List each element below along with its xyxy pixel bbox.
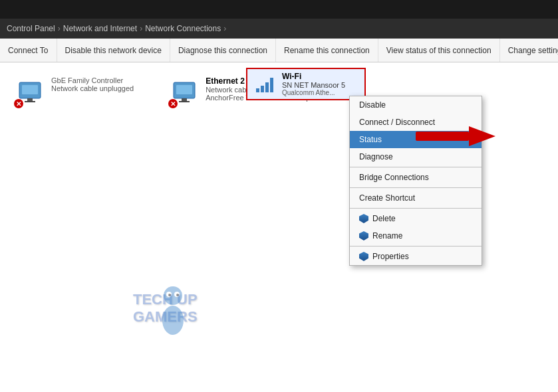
wifi-bar-1 [256,88,259,92]
breadcrumb-sep-1: › [58,24,61,33]
svg-point-10 [164,286,182,305]
breadcrumb-sep-2: › [140,24,142,33]
mascot [153,284,193,339]
svg-marker-9 [469,126,495,146]
context-menu-sep-3 [350,208,482,209]
context-menu: Disable Connect / Disconnect Status Diag… [349,96,482,266]
title-bar [0,0,558,19]
context-menu-sep-4 [350,246,482,246]
shield-icon-properties [359,252,368,261]
svg-rect-5 [176,85,192,94]
breadcrumb-sep-3: › [223,24,226,33]
svg-rect-7 [179,101,190,102]
address-bar: Control Panel › Network and Internet › N… [0,19,558,39]
wifi-info: Wi-Fi SN NET Mansoor 5 Qualcomm Athe... [282,72,345,96]
svg-rect-6 [182,98,187,101]
breadcrumb-network-connections[interactable]: Network Connections [145,24,221,33]
ethernet2-info: GbE Family Controller Network cable unpl… [51,76,134,92]
arrow-annotation [416,126,495,148]
toolbar-connect-to[interactable]: Connect To [0,39,57,62]
shield-icon-delete [359,214,368,223]
context-menu-create-shortcut[interactable]: Create Shortcut [350,189,482,207]
breadcrumb-network-internet[interactable]: Network and Internet [63,24,137,33]
context-menu-properties[interactable]: Properties [350,248,482,265]
svg-rect-1 [22,85,38,94]
ethernet2-status: Network cable unplugged [51,84,134,92]
wifi-card-container: Wi-Fi SN NET Mansoor 5 Qualcomm Athe... [246,68,366,100]
ethernet2-card[interactable]: ✕ GbE Family Controller Network cable un… [10,72,138,112]
main-content: ✕ GbE Family Controller Network cable un… [0,62,558,392]
wifi-icon [253,72,277,96]
wifi-bar-3 [265,82,269,92]
wifi-adapter: Qualcomm Athe... [282,89,345,96]
toolbar-view-status[interactable]: View status of this connection [378,39,500,62]
svg-rect-3 [25,101,35,102]
ethernet2-controller: GbE Family Controller [51,76,134,84]
toolbar-disable[interactable]: Disable this network device [57,39,170,62]
context-menu-rename[interactable]: Rename [350,227,482,245]
context-menu-delete[interactable]: Delete [350,210,482,227]
wifi-card[interactable]: Wi-Fi SN NET Mansoor 5 Qualcomm Athe... [246,68,366,100]
wifi-bar-4 [270,78,273,92]
svg-point-14 [168,294,171,296]
toolbar-rename[interactable]: Rename this connection [276,39,378,62]
breadcrumb-control-panel[interactable]: Control Panel [7,24,55,33]
wifi-bar-2 [261,86,264,92]
toolbar-change-settings[interactable]: Change settings of [500,39,558,62]
toolbar: Connect To Disable this network device D… [0,39,558,62]
context-menu-sep-1 [350,167,482,167]
svg-point-11 [162,306,184,335]
toolbar-diagnose[interactable]: Diagnose this connection [170,39,276,62]
shield-icon-rename [359,231,368,241]
svg-rect-2 [27,98,33,101]
context-menu-sep-2 [350,187,482,188]
ethernet2-icon: ✕ [14,76,46,108]
svg-rect-8 [416,132,469,141]
svg-point-15 [176,294,179,296]
wifi-name: Wi-Fi [282,72,345,81]
ethernet-icon: ✕ [168,76,200,108]
ethernet-error-badge: ✕ [168,99,178,108]
context-menu-bridge[interactable]: Bridge Connections [350,169,482,186]
context-menu-diagnose[interactable]: Diagnose [350,148,482,165]
wifi-ssid: SN NET Mansoor 5 [282,81,345,89]
context-menu-disable[interactable]: Disable [350,96,482,114]
error-badge: ✕ [14,99,23,108]
